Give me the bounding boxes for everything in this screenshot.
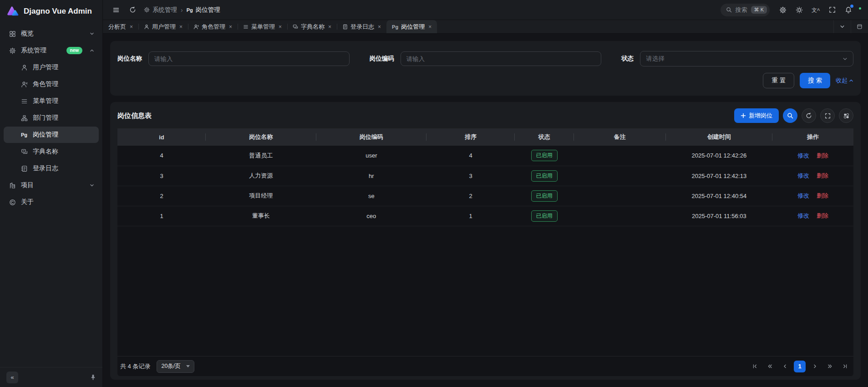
tab-login-logs[interactable]: 登录日志 ×	[337, 20, 386, 33]
cell-name: 普通员工	[206, 146, 316, 166]
app-logo-icon	[7, 5, 19, 17]
sidebar-item-positions[interactable]: Pg 岗位管理	[4, 127, 99, 143]
cell-status: 已启用	[515, 146, 574, 166]
next-page-button[interactable]	[809, 361, 821, 372]
notifications-icon[interactable]	[842, 3, 855, 17]
sidebar-item-label: 项目	[21, 181, 34, 189]
sidebar-item-overview[interactable]: 概览	[4, 25, 99, 42]
cell-actions: 修改删除	[772, 146, 853, 166]
close-icon[interactable]: ×	[428, 24, 431, 30]
fullscreen-icon[interactable]	[825, 3, 839, 17]
status-badge: 已启用	[531, 190, 558, 202]
page-content: 岗位名称 岗位编码 状态 请选择	[103, 34, 868, 387]
reset-button[interactable]: 重 置	[763, 73, 794, 88]
cell-code: ceo	[316, 206, 427, 226]
toggle-search-button[interactable]	[783, 108, 797, 123]
col-actions: 操作	[772, 128, 853, 146]
sidebar-item-users[interactable]: 用户管理	[4, 59, 99, 76]
dashboard-icon	[8, 31, 16, 37]
refresh-table-button[interactable]	[802, 108, 816, 123]
breadcrumb: 系统管理 › Pg 岗位管理	[144, 6, 220, 14]
close-icon[interactable]: ×	[179, 24, 183, 30]
logo-row[interactable]: Djagno Vue Admin	[0, 0, 102, 23]
role-icon	[193, 24, 199, 30]
tab-dictionary[interactable]: 字典名称 ×	[287, 20, 337, 33]
table-row[interactable]: 1 董事长 ceo 1 已启用 2025-07-01 11:56:03 修改删除	[117, 206, 853, 226]
sidebar-item-system[interactable]: 系统管理 new	[4, 42, 99, 59]
tab-menus[interactable]: 菜单管理 ×	[238, 20, 287, 33]
delete-link[interactable]: 删除	[817, 192, 828, 199]
forward-5-pages-button[interactable]	[824, 361, 836, 372]
delete-link[interactable]: 删除	[817, 172, 828, 179]
chevron-up-icon	[90, 48, 94, 53]
column-settings-button[interactable]	[839, 108, 853, 123]
sidebar-item-label: 登录日志	[33, 164, 58, 173]
copyright-icon	[8, 199, 16, 206]
search-button[interactable]: 搜 索	[800, 73, 830, 88]
sidebar-collapse-button[interactable]: «	[6, 372, 18, 383]
status-select[interactable]: 请选择	[640, 51, 853, 66]
theme-light-icon[interactable]	[792, 3, 806, 17]
refresh-icon	[806, 112, 812, 119]
maximize-content-icon[interactable]	[851, 20, 868, 33]
tab-positions[interactable]: Pg 岗位管理 ×	[386, 20, 437, 33]
last-page-button[interactable]	[839, 361, 851, 372]
new-badge: new	[66, 47, 82, 54]
sidebar-item-roles[interactable]: 角色管理	[4, 76, 99, 92]
tab-analysis[interactable]: 分析页 ×	[103, 20, 138, 33]
sidebar-item-departments[interactable]: 部门管理	[4, 110, 99, 126]
position-code-input[interactable]	[401, 51, 602, 66]
sidebar-item-projects[interactable]: 项目	[4, 177, 99, 194]
close-icon[interactable]: ×	[130, 24, 133, 30]
close-icon[interactable]: ×	[378, 24, 381, 30]
tab-users[interactable]: 用户管理 ×	[138, 20, 188, 33]
edit-link[interactable]: 修改	[797, 152, 809, 159]
sidebar-item-label: 字典名称	[33, 148, 58, 156]
cell-remark	[574, 146, 666, 166]
page-size-select[interactable]: 20条/页	[157, 360, 194, 373]
tab-roles[interactable]: 角色管理 ×	[188, 20, 238, 33]
sidebar-item-login-logs[interactable]: 登录日志	[4, 160, 99, 177]
language-icon[interactable]: 文A	[809, 3, 822, 17]
tabs-dropdown-chevron-icon[interactable]	[833, 20, 851, 33]
plus-icon	[741, 113, 746, 118]
position-name-input[interactable]	[148, 51, 350, 66]
settings-icon[interactable]	[776, 3, 790, 17]
hamburger-icon[interactable]	[109, 3, 123, 17]
refresh-icon[interactable]	[126, 3, 139, 17]
app-title: Djagno Vue Admin	[24, 7, 92, 16]
pin-icon[interactable]	[90, 374, 96, 380]
edit-link[interactable]: 修改	[797, 212, 809, 219]
edit-link[interactable]: 修改	[797, 172, 809, 179]
delete-link[interactable]: 删除	[817, 152, 828, 159]
cell-code: hr	[316, 166, 427, 186]
current-page-button[interactable]: 1	[794, 361, 806, 372]
breadcrumb-section[interactable]: 系统管理	[144, 6, 177, 14]
cell-created: 2025-07-01 12:42:26	[666, 146, 772, 166]
close-icon[interactable]: ×	[328, 24, 331, 30]
delete-link[interactable]: 删除	[817, 212, 828, 219]
close-icon[interactable]: ×	[229, 24, 232, 30]
sidebar-item-about[interactable]: 关于	[4, 194, 99, 210]
dept-icon	[20, 115, 28, 122]
cell-created: 2025-07-01 11:56:03	[666, 206, 772, 226]
previous-page-button[interactable]	[779, 361, 791, 372]
sidebar-item-label: 部门管理	[33, 114, 58, 122]
back-5-pages-button[interactable]	[764, 361, 776, 372]
global-search[interactable]: 搜索 ⌘ K	[721, 4, 770, 16]
cell-name: 项目经理	[206, 186, 316, 206]
tabbar: 分析页 × 用户管理 × 角色管理 ×	[103, 20, 868, 34]
sidebar-item-menus[interactable]: 菜单管理	[4, 93, 99, 109]
table-row[interactable]: 4 普通员工 user 4 已启用 2025-07-01 12:42:26 修改…	[117, 146, 853, 166]
first-page-button[interactable]	[749, 361, 761, 372]
add-position-button[interactable]: 新增岗位	[734, 108, 779, 123]
collapse-filter-link[interactable]: 收起	[836, 76, 853, 85]
sidebar-item-label: 系统管理	[21, 46, 46, 55]
close-icon[interactable]: ×	[279, 24, 282, 30]
table-row[interactable]: 2 项目经理 se 2 已启用 2025-07-01 12:40:54 修改删除	[117, 186, 853, 206]
breadcrumb-separator: ›	[181, 6, 183, 14]
sidebar-item-dictionary[interactable]: 字典名称	[4, 143, 99, 160]
expand-table-button[interactable]	[820, 108, 835, 123]
edit-link[interactable]: 修改	[797, 192, 809, 199]
table-row[interactable]: 3 人力资源 hr 3 已启用 2025-07-01 12:42:13 修改删除	[117, 166, 853, 186]
